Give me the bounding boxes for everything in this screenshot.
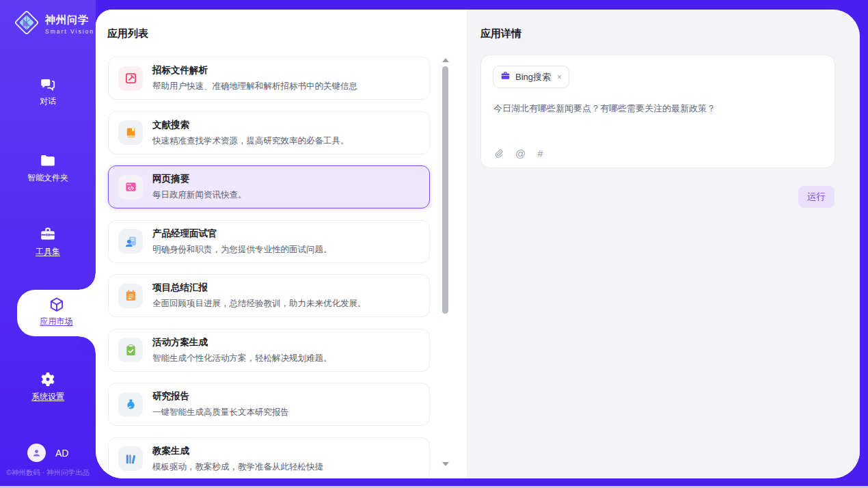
app-card-desc: 全面回顾项目进展，总结经验教训，助力未来优化发展。 — [152, 298, 366, 310]
browser-code-icon — [118, 175, 143, 200]
brand-logo: 神州问学 Smart Vision — [14, 10, 94, 38]
toolbox-icon — [0, 226, 96, 243]
sidebar: 神州问学 Smart Vision 对话 工具集 智能文件夹 工具集 应用市场 — [0, 0, 96, 488]
briefcase-icon — [500, 70, 511, 83]
app-list-title: 应用列表 — [107, 27, 148, 40]
sidebar-item-label: 应用市场 — [17, 316, 96, 327]
sidebar-item-settings[interactable]: 系统设置 — [0, 370, 96, 403]
research-icon — [118, 392, 143, 417]
user-row[interactable]: AD — [27, 444, 68, 462]
brand-subtitle: Smart Vision — [45, 28, 94, 35]
run-button[interactable]: 运行 — [798, 186, 835, 208]
app-card-title: 研究报告 — [152, 390, 289, 403]
interviewer-icon — [118, 229, 143, 254]
app-card-event-plan[interactable]: 活动方案生成 智能生成个性化活动方案，轻松解决规划难题。 — [108, 329, 430, 372]
mention-at-icon[interactable]: @ — [515, 148, 526, 159]
sidebar-item-chat[interactable]: 对话 — [0, 75, 96, 107]
app-card-title: 网页摘要 — [152, 173, 247, 185]
prompt-card[interactable]: Bing搜索 × 今日湖北有哪些新闻要点？有哪些需要关注的最新政策？ @ # — [480, 55, 835, 168]
scroll-up-arrow-icon[interactable] — [442, 58, 449, 62]
report-note-icon — [118, 284, 143, 308]
tool-chip-label: Bing搜索 — [515, 71, 551, 83]
app-card-title: 产品经理面试官 — [152, 228, 332, 240]
active-tab-curve-top — [79, 273, 96, 290]
app-detail-panel: 应用详情 Bing搜索 × 今日湖北有哪些新闻要点？有哪些需要关注的最新政策？ … — [467, 10, 860, 478]
avatar[interactable] — [27, 444, 46, 462]
paperclip-icon[interactable] — [493, 148, 504, 159]
clipboard-check-icon — [118, 338, 143, 362]
app-card-title: 招标文件解析 — [152, 64, 357, 77]
attachment-toolbar: @ # — [493, 148, 543, 159]
app-card-bid-doc-parse[interactable]: 招标文件解析 帮助用户快速、准确地理解和解析招标书中的关键信息 — [108, 57, 430, 100]
sidebar-item-label: 智能文件夹 — [0, 172, 96, 184]
app-card-project-summary[interactable]: 项目总结汇报 全面回顾项目进展，总结经验教训，助力未来优化发展。 — [108, 274, 430, 317]
sidebar-item-app-market-active[interactable]: 应用市场 — [17, 290, 96, 336]
folder-icon — [0, 152, 96, 170]
app-card-desc: 帮助用户快速、准确地理解和解析招标书中的关键信息 — [152, 81, 357, 92]
user-initials: AD — [55, 448, 68, 459]
book-icon — [118, 120, 143, 145]
active-tab-curve-bottom — [79, 336, 96, 353]
app-list-panel: 应用列表 招标文件解析 帮助用户快速、准确地理解和解析招标书中的关键信息 文献搜… — [96, 10, 467, 478]
app-card-lesson-plan[interactable]: 教案生成 模板驱动，教案秒成，教学准备从此轻松快捷 — [108, 437, 430, 479]
scroll-down-arrow-icon[interactable] — [442, 462, 449, 466]
prompt-text[interactable]: 今日湖北有哪些新闻要点？有哪些需要关注的最新政策？ — [493, 102, 822, 116]
app-card-title: 文献搜索 — [152, 119, 349, 131]
app-card-desc: 每日政府新闻资讯快查。 — [152, 189, 247, 201]
tool-chip-bing-search[interactable]: Bing搜索 × — [493, 66, 569, 88]
app-card-desc: 明确身份和职责，为您提供专业性的面试问题。 — [152, 244, 332, 256]
app-card-desc: 智能生成个性化活动方案，轻松解决规划难题。 — [152, 353, 332, 364]
chip-close-icon[interactable]: × — [557, 72, 562, 82]
app-card-title: 项目总结汇报 — [152, 282, 366, 294]
books-icon — [118, 446, 143, 471]
hash-icon[interactable]: # — [537, 148, 543, 159]
brand-name: 神州问学 — [45, 14, 94, 27]
main-content: 应用列表 招标文件解析 帮助用户快速、准确地理解和解析招标书中的关键信息 文献搜… — [96, 10, 860, 478]
app-card-research-report[interactable]: 研究报告 一键智能生成高质量长文本研究报告 — [108, 383, 430, 426]
gear-icon — [0, 370, 96, 388]
app-card-desc: 快速精准查找学术资源，提高研究效率的必备工具。 — [152, 135, 349, 147]
sidebar-item-label: 对话 — [0, 96, 96, 107]
app-card-title: 教案生成 — [152, 445, 323, 457]
list-scrollbar[interactable] — [442, 57, 450, 469]
sidebar-item-toolset[interactable]: 工具集 — [0, 226, 96, 258]
app-card-desc: 模板驱动，教案秒成，教学准备从此轻松快捷 — [152, 461, 323, 473]
diamond-logo-icon — [14, 10, 40, 38]
scrollbar-thumb[interactable] — [442, 66, 448, 314]
app-card-list: 招标文件解析 帮助用户快速、准确地理解和解析招标书中的关键信息 文献搜索 快速精… — [108, 57, 430, 478]
sidebar-item-smart-folder[interactable]: 工具集 智能文件夹 — [0, 152, 96, 184]
app-detail-title: 应用详情 — [480, 27, 521, 40]
app-card-title: 活动方案生成 — [152, 336, 332, 349]
sidebar-item-label: 系统设置 — [0, 391, 96, 403]
copyright-text: ©神州数码 · 神州问学出品 — [6, 468, 90, 478]
app-card-web-summary-selected[interactable]: 网页摘要 每日政府新闻资讯快查。 — [108, 165, 430, 208]
app-card-desc: 一键智能生成高质量长文本研究报告 — [152, 407, 289, 418]
app-card-literature-search[interactable]: 文献搜索 快速精准查找学术资源，提高研究效率的必备工具。 — [108, 111, 430, 154]
cube-icon — [17, 296, 96, 314]
sidebar-item-label: 工具集 — [0, 246, 96, 258]
app-card-pm-interviewer[interactable]: 产品经理面试官 明确身份和职责，为您提供专业性的面试问题。 — [108, 220, 430, 263]
doc-edit-icon — [118, 66, 143, 91]
chat-icon — [0, 75, 96, 93]
